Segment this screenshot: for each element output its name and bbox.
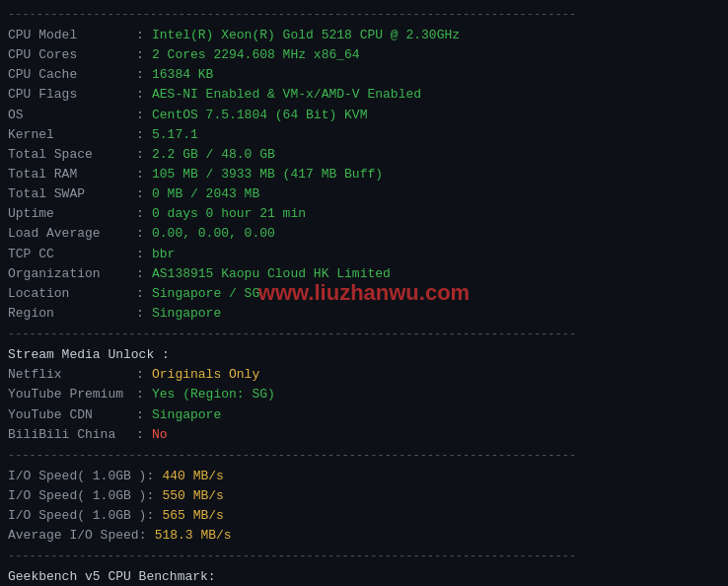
label-netflix: Netflix bbox=[8, 365, 136, 385]
row-netflix: Netflix : Originals Only bbox=[8, 365, 720, 385]
divider-stream: ----------------------------------------… bbox=[8, 328, 720, 341]
stream-section: Stream Media Unlock : Netflix : Original… bbox=[8, 345, 720, 445]
value-total-space: 2.2 GB / 48.0 GB bbox=[152, 145, 275, 165]
value-uptime: 0 days 0 hour 21 min bbox=[152, 204, 306, 224]
label-total-ram: Total RAM bbox=[8, 165, 136, 184]
value-netflix: Originals Only bbox=[152, 365, 259, 385]
label-total-space: Total Space bbox=[8, 145, 136, 165]
row-total-ram: Total RAM : 105 MB / 3933 MB (417 MB Buf… bbox=[8, 165, 720, 184]
geekbench-section: Geekbench v5 CPU Benchmark: Single Core … bbox=[8, 567, 720, 586]
row-kernel: Kernel : 5.17.1 bbox=[8, 125, 720, 145]
value-bilibili: No bbox=[152, 425, 168, 445]
label-organization: Organization bbox=[8, 264, 136, 284]
row-bilibili: BiliBili China : No bbox=[8, 425, 720, 445]
stream-title-row: Stream Media Unlock : bbox=[8, 345, 720, 365]
divider-top: ----------------------------------------… bbox=[8, 8, 720, 22]
row-io-avg: Average I/O Speed : 518.3 MB/s bbox=[8, 526, 720, 546]
terminal-output: ----------------------------------------… bbox=[8, 8, 720, 586]
value-cpu-flags: AES-NI Enabled & VM-x/AMD-V Enabled bbox=[152, 85, 421, 105]
value-total-ram: 105 MB / 3933 MB (417 MB Buff) bbox=[152, 165, 383, 184]
row-uptime: Uptime : 0 days 0 hour 21 min bbox=[8, 204, 720, 224]
value-load-average: 0.00, 0.00, 0.00 bbox=[152, 224, 275, 244]
label-io-3: I/O Speed( 1.0GB ) bbox=[8, 506, 146, 526]
label-bilibili: BiliBili China bbox=[8, 425, 136, 445]
label-cpu-model: CPU Model bbox=[8, 26, 136, 45]
label-tcp-cc: TCP CC bbox=[8, 245, 136, 264]
row-load-average: Load Average : 0.00, 0.00, 0.00 bbox=[8, 224, 720, 244]
value-cpu-model: Intel(R) Xeon(R) Gold 5218 CPU @ 2.30GHz bbox=[152, 26, 460, 45]
value-location: Singapore / SG bbox=[152, 284, 259, 304]
value-region: Singapore bbox=[152, 304, 221, 324]
row-io-2: I/O Speed( 1.0GB ) : 550 MB/s bbox=[8, 486, 720, 506]
value-total-swap: 0 MB / 2043 MB bbox=[152, 184, 259, 204]
row-cpu-cores: CPU Cores : 2 Cores 2294.608 MHz x86_64 bbox=[8, 45, 720, 65]
value-io-1: 440 MB/s bbox=[162, 467, 223, 486]
value-tcp-cc: bbr bbox=[152, 245, 175, 264]
stream-title: Stream Media Unlock : bbox=[8, 345, 170, 365]
row-organization: Organization : AS138915 Kaopu Cloud HK L… bbox=[8, 264, 720, 284]
row-region: Region : Singapore bbox=[8, 304, 720, 324]
row-location: Location : Singapore / SG bbox=[8, 284, 720, 304]
row-youtube-premium: YouTube Premium : Yes (Region: SG) bbox=[8, 385, 720, 404]
value-youtube-cdn: Singapore bbox=[152, 405, 221, 425]
value-io-3: 565 MB/s bbox=[162, 506, 223, 526]
label-io-avg: Average I/O Speed bbox=[8, 526, 139, 546]
label-youtube-cdn: YouTube CDN bbox=[8, 405, 136, 425]
label-load-average: Load Average bbox=[8, 224, 136, 244]
label-total-swap: Total SWAP bbox=[8, 184, 136, 204]
row-tcp-cc: TCP CC : bbr bbox=[8, 245, 720, 264]
value-youtube-premium: Yes (Region: SG) bbox=[152, 385, 275, 404]
geekbench-title-row: Geekbench v5 CPU Benchmark: bbox=[8, 567, 720, 586]
row-total-space: Total Space : 2.2 GB / 48.0 GB bbox=[8, 145, 720, 165]
row-youtube-cdn: YouTube CDN : Singapore bbox=[8, 405, 720, 425]
value-io-avg: 518.3 MB/s bbox=[155, 526, 232, 546]
label-youtube-premium: YouTube Premium bbox=[8, 385, 136, 404]
row-total-swap: Total SWAP : 0 MB / 2043 MB bbox=[8, 184, 720, 204]
label-uptime: Uptime bbox=[8, 204, 136, 224]
label-region: Region bbox=[8, 304, 136, 324]
io-section: I/O Speed( 1.0GB ) : 440 MB/s I/O Speed(… bbox=[8, 467, 720, 547]
value-io-2: 550 MB/s bbox=[162, 486, 223, 506]
system-section: CPU Model : Intel(R) Xeon(R) Gold 5218 C… bbox=[8, 26, 720, 324]
label-os: OS bbox=[8, 106, 136, 125]
label-cpu-flags: CPU Flags bbox=[8, 85, 136, 105]
row-cpu-cache: CPU Cache : 16384 KB bbox=[8, 65, 720, 85]
value-organization: AS138915 Kaopu Cloud HK Limited bbox=[152, 264, 391, 284]
label-io-1: I/O Speed( 1.0GB ) bbox=[8, 467, 146, 486]
value-cpu-cores: 2 Cores 2294.608 MHz x86_64 bbox=[152, 45, 360, 65]
value-kernel: 5.17.1 bbox=[152, 125, 198, 145]
divider-io: ----------------------------------------… bbox=[8, 449, 720, 463]
value-cpu-cache: 16384 KB bbox=[152, 65, 213, 85]
value-os: CentOS 7.5.1804 (64 Bit) KVM bbox=[152, 106, 367, 125]
geekbench-title: Geekbench v5 CPU Benchmark: bbox=[8, 567, 216, 586]
row-io-3: I/O Speed( 1.0GB ) : 565 MB/s bbox=[8, 506, 720, 526]
row-os: OS : CentOS 7.5.1804 (64 Bit) KVM bbox=[8, 106, 720, 125]
label-kernel: Kernel bbox=[8, 125, 136, 145]
label-cpu-cores: CPU Cores bbox=[8, 45, 136, 65]
label-cpu-cache: CPU Cache bbox=[8, 65, 136, 85]
divider-geekbench: ----------------------------------------… bbox=[8, 549, 720, 563]
label-io-2: I/O Speed( 1.0GB ) bbox=[8, 486, 146, 506]
row-cpu-flags: CPU Flags : AES-NI Enabled & VM-x/AMD-V … bbox=[8, 85, 720, 105]
row-cpu-model: CPU Model : Intel(R) Xeon(R) Gold 5218 C… bbox=[8, 26, 720, 45]
label-location: Location bbox=[8, 284, 136, 304]
row-io-1: I/O Speed( 1.0GB ) : 440 MB/s bbox=[8, 467, 720, 486]
